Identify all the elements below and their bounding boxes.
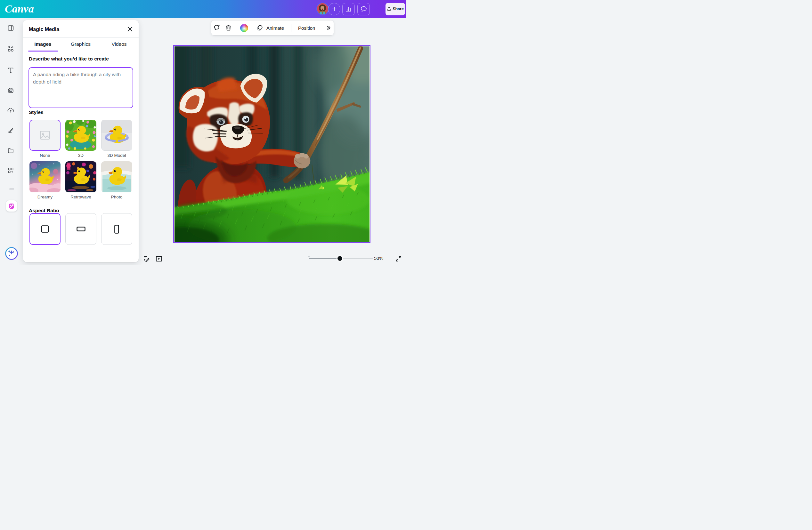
svg-text:Canva: Canva bbox=[5, 3, 34, 15]
svg-text:co: co bbox=[10, 90, 12, 92]
